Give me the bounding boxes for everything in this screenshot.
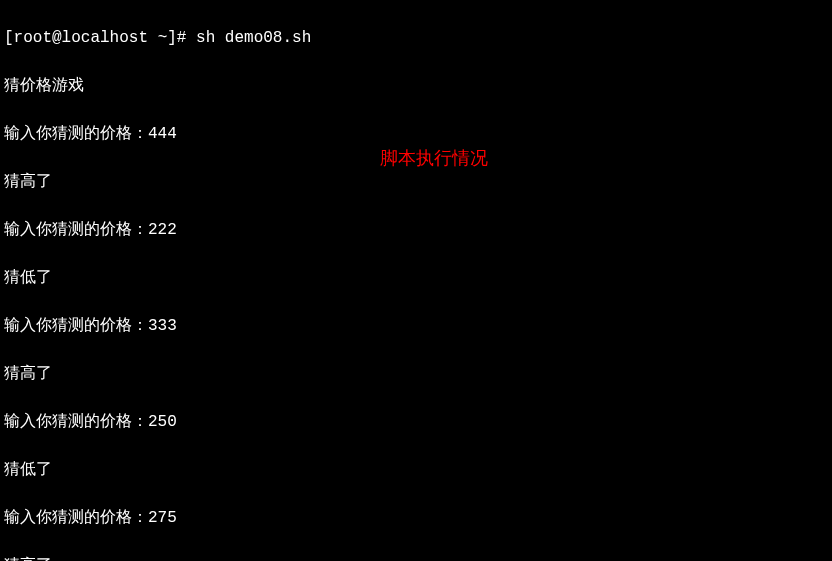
guess-prompt-line: 输入你猜测的价格：250 bbox=[4, 410, 828, 434]
guess-prompt-line: 输入你猜测的价格：275 bbox=[4, 506, 828, 530]
guess-prompt-line: 输入你猜测的价格：222 bbox=[4, 218, 828, 242]
guess-result: 猜高了 bbox=[4, 362, 828, 386]
guess-result: 猜高了 bbox=[4, 554, 828, 561]
guess-prompt-line: 输入你猜测的价格：444 bbox=[4, 122, 828, 146]
guess-result: 猜低了 bbox=[4, 458, 828, 482]
guess-result: 猜低了 bbox=[4, 266, 828, 290]
guess-prompt-line: 输入你猜测的价格：333 bbox=[4, 314, 828, 338]
command-line: [root@localhost ~]# sh demo08.sh bbox=[4, 26, 828, 50]
command-text: sh demo08.sh bbox=[196, 29, 311, 47]
shell-prompt: [root@localhost ~]# bbox=[4, 29, 196, 47]
guess-result: 猜高了 bbox=[4, 170, 828, 194]
terminal-output[interactable]: [root@localhost ~]# sh demo08.sh 猜价格游戏 输… bbox=[0, 0, 832, 561]
game-title: 猜价格游戏 bbox=[4, 74, 828, 98]
annotation-label: 脚本执行情况 bbox=[380, 145, 488, 172]
